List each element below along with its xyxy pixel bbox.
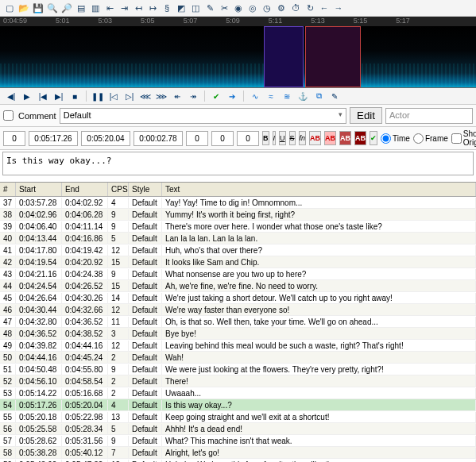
link-button[interactable]: ⧉	[312, 90, 325, 102]
table-row[interactable]: 370:03:57.280:04:02.924DefaultYay! Yay! …	[0, 197, 476, 209]
color4-button[interactable]: AB	[354, 131, 366, 145]
col-text[interactable]: Text	[162, 183, 476, 196]
table-row[interactable]: 480:04:36.520:04:38.523DefaultBye bye!	[0, 328, 476, 340]
color3-button[interactable]: AB	[339, 131, 351, 145]
underline-button[interactable]: U	[279, 131, 286, 145]
arrow-blue-button[interactable]: ➔	[226, 90, 238, 102]
col-number[interactable]: #	[0, 183, 16, 196]
audio-waveform[interactable]: 0:04:595:015:035:055:075:095:115:135:155…	[0, 17, 476, 88]
lead-in-button[interactable]: ↞	[171, 90, 184, 102]
wave-a-button[interactable]: ∿	[249, 90, 261, 102]
step-back-button[interactable]: |◁	[107, 90, 120, 102]
table-row[interactable]: 570:05:28.620:05:31.569DefaultWhat? This…	[0, 435, 476, 447]
col-style[interactable]: Style	[129, 183, 162, 196]
prev-end-button[interactable]: ◀|	[5, 90, 17, 102]
edit-button[interactable]: Edit	[350, 107, 382, 124]
anchor-button[interactable]: ⚓	[296, 90, 309, 102]
check-green-button[interactable]: ✔	[210, 90, 223, 102]
tag-icon[interactable]: ◩	[175, 2, 188, 14]
clock-icon[interactable]: ◷	[261, 2, 273, 14]
refresh-icon[interactable]: ↻	[304, 2, 316, 14]
margin-v-input[interactable]	[237, 131, 259, 146]
commit-button[interactable]: ✔	[370, 131, 377, 145]
doc1-icon[interactable]: ▤	[75, 2, 87, 14]
actor-input[interactable]: Actor	[385, 108, 473, 124]
table-row[interactable]: 470:04:32.800:04:36.5211DefaultOh, is th…	[0, 316, 476, 328]
selection-primary[interactable]	[264, 26, 304, 87]
table-row[interactable]: 490:04:39.820:04:44.1612DefaultLeaving b…	[0, 340, 476, 352]
table-row[interactable]: 460:04:30.440:04:32.6612DefaultWe're way…	[0, 304, 476, 316]
doc2-icon[interactable]: ▥	[89, 2, 102, 14]
timer-icon[interactable]: ⏱	[289, 2, 302, 14]
save-icon[interactable]: 💾	[32, 2, 45, 14]
margin-r-input[interactable]	[211, 131, 234, 146]
table-row[interactable]: 420:04:19.540:04:20.9215DefaultIt looks …	[0, 256, 476, 268]
col-end[interactable]: End	[62, 183, 108, 196]
arrow-right-icon[interactable]: →	[332, 2, 345, 14]
table-row[interactable]: 380:04:02.960:04:06.289DefaultYummy! It'…	[0, 209, 476, 221]
table-row[interactable]: 580:05:38.280:05:40.127DefaultAlright, l…	[0, 447, 476, 459]
table-row[interactable]: 450:04:26.640:04:30.2614DefaultWe're jus…	[0, 292, 476, 304]
bold-s-icon[interactable]: §	[161, 2, 173, 14]
comment-checkbox[interactable]	[3, 110, 14, 121]
play-button[interactable]: ▶	[21, 90, 33, 102]
jump-start-icon[interactable]: ⇤	[103, 2, 116, 14]
table-row[interactable]: 500:04:44.160:04:45.242DefaultWah!	[0, 352, 476, 364]
selection-secondary[interactable]	[305, 26, 361, 87]
shift-left-icon[interactable]: ↤	[132, 2, 145, 14]
pencil-button[interactable]: ✎	[328, 90, 341, 102]
shift-right-icon[interactable]: ↦	[146, 2, 159, 14]
start-time-input[interactable]	[29, 131, 78, 146]
link-icon[interactable]: ◫	[189, 2, 202, 14]
clip-icon[interactable]: ✎	[203, 2, 216, 14]
bold-button[interactable]: B	[262, 131, 269, 145]
table-row[interactable]: 560:05:25.580:05:28.345DefaultAhhh! It's…	[0, 423, 476, 435]
table-row[interactable]: 510:04:50.480:04:55.809DefaultWe were ju…	[0, 364, 476, 375]
jump-end-icon[interactable]: ⇥	[118, 2, 130, 14]
scissors-icon[interactable]: ✂	[218, 2, 230, 14]
time-mode-radio[interactable]: Time	[381, 133, 410, 144]
italic-button[interactable]: I	[273, 131, 277, 145]
search-plus-icon[interactable]: 🔍	[46, 2, 59, 14]
table-row[interactable]: 520:04:56.100:04:58.542DefaultThere!	[0, 375, 476, 387]
subtitle-text-input[interactable]: Is this way okay...?	[2, 152, 474, 175]
duration-input[interactable]	[134, 131, 183, 146]
table-row[interactable]: 530:05:14.220:05:16.682DefaultUwaaah...	[0, 387, 476, 399]
new-icon[interactable]: ▢	[3, 2, 16, 14]
margin-l-input[interactable]	[186, 131, 208, 146]
table-row[interactable]: 550:05:20.180:05:22.9813DefaultKeep goin…	[0, 411, 476, 423]
table-row[interactable]: 390:04:06.400:04:11.149DefaultThere's mo…	[0, 221, 476, 233]
wave-c-button[interactable]: ≋	[281, 90, 293, 102]
target-icon[interactable]: ◎	[246, 2, 259, 14]
open-icon[interactable]: 📂	[17, 2, 30, 14]
goto-start-button[interactable]: |◀	[37, 90, 49, 102]
table-row[interactable]: 590:05:43.900:05:47.3212DefaultHehehe. W…	[0, 459, 476, 462]
wave-b-button[interactable]: ≈	[265, 90, 277, 102]
frame-mode-radio[interactable]: Frame	[413, 133, 448, 144]
gear-icon[interactable]: ⚙	[275, 2, 288, 14]
pause-button[interactable]: ❚❚	[91, 90, 104, 102]
table-row[interactable]: 440:04:24.540:04:26.5215DefaultAh, we're…	[0, 280, 476, 292]
circle-dot-icon[interactable]: ◉	[232, 2, 245, 14]
skip-back-button[interactable]: ⋘	[139, 90, 152, 102]
show-original-checkbox[interactable]: Show Original	[451, 129, 476, 147]
col-cps[interactable]: CPS	[108, 183, 129, 196]
arrow-left-icon[interactable]: ←	[318, 2, 331, 14]
goto-end-button[interactable]: ▶|	[52, 90, 65, 102]
table-row[interactable]: 400:04:13.440:04:16.865DefaultLan la la …	[0, 233, 476, 244]
layer-input[interactable]	[3, 131, 25, 146]
style-dropdown[interactable]: Default	[60, 108, 346, 124]
color1-button[interactable]: AB	[309, 131, 321, 145]
skip-fwd-button[interactable]: ⋙	[155, 90, 168, 102]
table-row[interactable]: 410:04:17.800:04:19.4212DefaultHuh, who'…	[0, 244, 476, 256]
table-row[interactable]: 430:04:21.160:04:24.389DefaultWhat nonse…	[0, 268, 476, 280]
stop-button[interactable]: ■	[68, 90, 81, 102]
strike-button[interactable]: S	[289, 131, 296, 145]
col-start[interactable]: Start	[16, 183, 62, 196]
end-time-input[interactable]	[81, 131, 130, 146]
step-fwd-button[interactable]: ▷|	[123, 90, 136, 102]
font-button[interactable]: fn	[299, 131, 307, 145]
search-minus-icon[interactable]: 🔎	[60, 2, 73, 14]
table-row[interactable]: 540:05:17.260:05:20.044DefaultIs this wa…	[0, 399, 476, 411]
color2-button[interactable]: AB	[324, 131, 336, 145]
